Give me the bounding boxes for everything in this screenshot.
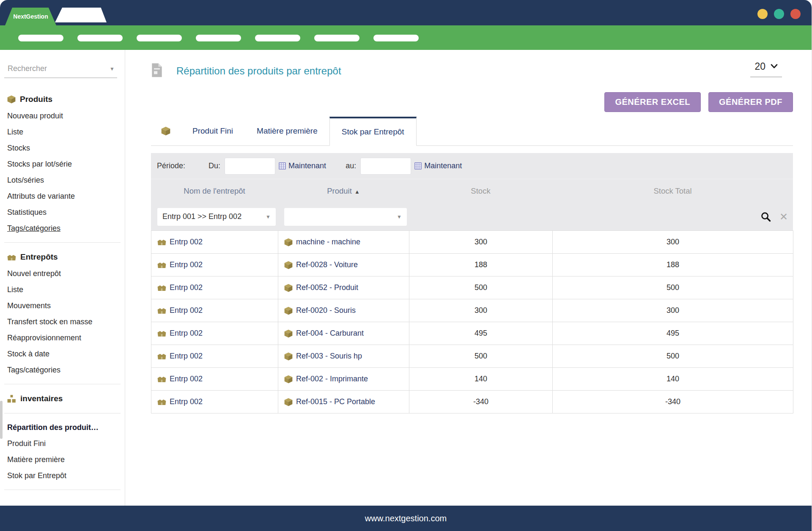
- column-header-warehouse[interactable]: Nom de l'entrepôt: [151, 186, 278, 196]
- sidebar-section-entrepôts[interactable]: Entrepôts: [0, 249, 125, 266]
- calendar-icon[interactable]: [414, 162, 422, 170]
- sidebar-item[interactable]: Nouvel entrepôt: [0, 266, 125, 282]
- warehouse-icon: [157, 261, 166, 268]
- sidebar-section-label: Entrepôts: [20, 252, 58, 262]
- product-link[interactable]: Ref-0028 - Voiture: [284, 260, 409, 269]
- sidebar-item[interactable]: Transfert stock en masse: [0, 314, 125, 330]
- product-link[interactable]: Ref-0052 - Produit: [284, 283, 409, 292]
- sidebar-item[interactable]: Stocks par lot/série: [0, 156, 125, 172]
- generate-pdf-button[interactable]: GÉNÉRER PDF: [708, 92, 793, 112]
- tab-produit-fini[interactable]: Produit Fini: [181, 117, 245, 145]
- product-link[interactable]: Ref-004 - Carburant: [284, 329, 409, 338]
- cube-icon: [7, 95, 16, 104]
- sidebar-item[interactable]: Tags/catégories: [0, 220, 125, 236]
- period-row: Période: Du: Maintenant au:: [151, 153, 793, 179]
- tab-mati-re-premi-re[interactable]: Matière première: [245, 117, 329, 145]
- nav-pill-1[interactable]: [18, 35, 63, 41]
- date-to-input[interactable]: [360, 158, 411, 175]
- column-header-product[interactable]: Produit▲: [278, 186, 409, 196]
- product-filter-select[interactable]: ▼: [284, 208, 407, 226]
- warehouse-link[interactable]: Entrp 002: [157, 329, 278, 338]
- sidebar-section-inventaires[interactable]: inventaires: [0, 390, 125, 407]
- warehouse-name: Entrp 002: [170, 238, 203, 246]
- sidebar-item[interactable]: Liste: [0, 124, 125, 140]
- calendar-icon[interactable]: [279, 162, 286, 170]
- sidebar-item[interactable]: Liste: [0, 282, 125, 298]
- sidebar-item[interactable]: Matière première: [0, 452, 125, 468]
- product-link[interactable]: machine - machine: [284, 238, 409, 246]
- nav-pill-6[interactable]: [314, 35, 359, 41]
- cube-icon: [284, 261, 293, 269]
- warehouse-filter-select[interactable]: Entrp 001 >> Entrp 002 ▼: [157, 208, 276, 226]
- sidebar-item[interactable]: Attributs de variante: [0, 188, 125, 204]
- yellow-dot[interactable]: [757, 9, 768, 19]
- table-row: Entrp 002Ref-004 - Carburant495495: [151, 322, 793, 345]
- sidebar-item[interactable]: Réapprovisionnement: [0, 330, 125, 346]
- main-panel: Répartition des produits par entrepôt 20…: [125, 50, 812, 506]
- warehouse-link[interactable]: Entrp 002: [157, 238, 278, 246]
- clear-filter-icon[interactable]: ✕: [779, 212, 788, 222]
- column-header-stock[interactable]: Stock: [409, 186, 552, 196]
- nav-pill-2[interactable]: [77, 35, 123, 41]
- warehouse-link[interactable]: Entrp 002: [157, 352, 278, 361]
- product-name: Ref-002 - Imprimante: [296, 375, 368, 383]
- sidebar-item[interactable]: Produit Fini: [0, 435, 125, 452]
- brand-tab[interactable]: NextGestion: [5, 8, 56, 25]
- product-link[interactable]: Ref-003 - Souris hp: [284, 352, 409, 361]
- search-input[interactable]: Rechercher ▼: [4, 64, 117, 78]
- teal-dot[interactable]: [774, 9, 784, 19]
- chevron-down-icon: [771, 63, 778, 71]
- cube-icon: [284, 398, 293, 406]
- sidebar-item[interactable]: Mouvements: [0, 298, 125, 314]
- sidebar-section-produits[interactable]: Produits: [0, 91, 125, 108]
- sidebar-item[interactable]: Répartition des produit…: [0, 419, 125, 435]
- sidebar-item[interactable]: Tags/catégories: [0, 362, 125, 378]
- sidebar-item[interactable]: Stock à date: [0, 346, 125, 362]
- table-header-row: Nom de l'entrepôt Produit▲ Stock Stock T…: [151, 179, 793, 203]
- tab-products-icon[interactable]: [151, 117, 181, 145]
- column-header-stock-total[interactable]: Stock Total: [552, 186, 793, 196]
- product-link[interactable]: Ref-002 - Imprimante: [284, 375, 409, 383]
- sidebar-item[interactable]: Statistiques: [0, 204, 125, 220]
- cube-icon: [284, 352, 293, 361]
- chevron-down-icon: ▼: [397, 214, 402, 220]
- date-from-input[interactable]: [225, 158, 275, 175]
- sidebar-scrollbar[interactable]: [0, 401, 3, 439]
- document-icon: [151, 63, 163, 79]
- generate-excel-button[interactable]: GÉNÉRER EXCEL: [604, 92, 701, 112]
- sidebar-item[interactable]: Stocks: [0, 140, 125, 156]
- product-link[interactable]: Ref-0015 - PC Portable: [284, 397, 409, 406]
- sidebar-item[interactable]: Stok par Entrepôt: [0, 468, 125, 484]
- table-row: Entrp 002Ref-0052 - Produit500500: [151, 276, 793, 299]
- sidebar-item[interactable]: Lots/séries: [0, 172, 125, 188]
- warehouse-link[interactable]: Entrp 002: [157, 375, 278, 383]
- search-icon[interactable]: [760, 211, 771, 222]
- tab-stok-par-entrep-t[interactable]: Stok par Entrepôt: [329, 117, 417, 146]
- warehouse-link[interactable]: Entrp 002: [157, 397, 278, 406]
- stock-total-value: -340: [553, 391, 793, 413]
- product-name: Ref-0015 - PC Portable: [296, 397, 375, 406]
- secondary-tab[interactable]: [55, 8, 107, 22]
- nav-pill-3[interactable]: [137, 35, 182, 41]
- sidebar-item[interactable]: Nouveau produit: [0, 108, 125, 124]
- nav-pill-7[interactable]: [373, 35, 419, 41]
- warehouse-icon: [157, 284, 166, 291]
- page-size-select[interactable]: 20: [750, 59, 782, 77]
- warehouse-name: Entrp 002: [170, 306, 203, 315]
- sort-asc-icon: ▲: [354, 189, 360, 195]
- filter-tools: ✕: [760, 211, 788, 222]
- nav-pill-4[interactable]: [196, 35, 241, 41]
- nav-pill-5[interactable]: [255, 35, 300, 41]
- cube-icon: [284, 284, 293, 292]
- warehouse-icon: [157, 353, 166, 360]
- warehouse-link[interactable]: Entrp 002: [157, 260, 278, 269]
- warehouse-link[interactable]: Entrp 002: [157, 306, 278, 315]
- red-dot[interactable]: [790, 9, 801, 19]
- now-from-link[interactable]: Maintenant: [288, 161, 326, 170]
- main-navbar: [0, 25, 812, 50]
- product-link[interactable]: Ref-0020 - Souris: [284, 306, 409, 315]
- stock-total-value: 500: [553, 276, 793, 299]
- warehouse-link[interactable]: Entrp 002: [157, 283, 278, 292]
- now-to-link[interactable]: Maintenant: [424, 161, 462, 170]
- cube-icon: [7, 95, 16, 104]
